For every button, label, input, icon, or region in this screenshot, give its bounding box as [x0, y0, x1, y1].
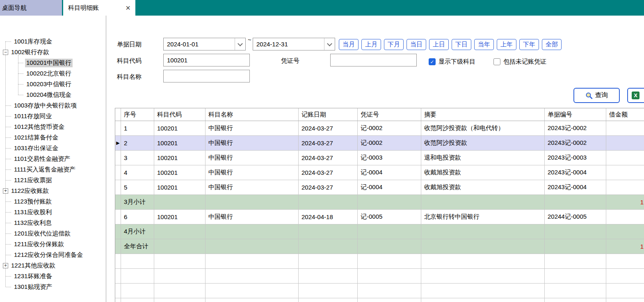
date-from-select[interactable]: 2024-01-01	[163, 38, 246, 50]
table-row[interactable]: 3100201中国银行2024-03-27记-0003退和电投资款20243记-…	[115, 151, 644, 165]
tree-item-label[interactable]: 100202北京银行	[25, 69, 73, 78]
tree-item-1221[interactable]: +1221其他应收款	[0, 260, 105, 271]
subtotal-row[interactable]: 全年合计1	[115, 239, 644, 254]
tree-item-label[interactable]: 1121应收票据	[13, 176, 53, 185]
quick-current-day-button[interactable]: 当日	[406, 39, 426, 50]
quick-next-month-button[interactable]: 下月	[384, 39, 404, 50]
tree-item-label[interactable]: 1132应收利息	[13, 219, 53, 227]
quick-next-day-button[interactable]: 下日	[452, 39, 471, 50]
tree-item-label[interactable]: 1201应收代位追偿款	[13, 229, 72, 238]
expand-icon[interactable]: +	[3, 263, 8, 268]
tree-item-label[interactable]: 1131应收股利	[13, 208, 53, 217]
magnifier-icon	[585, 92, 593, 99]
date-to-select[interactable]: 2024-12-31	[253, 38, 335, 50]
tree-item-label[interactable]: 1111买入返售金融资产	[13, 165, 77, 174]
subtotal-row[interactable]: 3月小计1	[115, 195, 644, 210]
tree-item-label[interactable]: 1123预付账款	[13, 197, 53, 206]
subtotal-row[interactable]: 4月小计	[115, 224, 644, 239]
tree-item-label[interactable]: 1002银行存款	[10, 48, 50, 57]
quick-all-button[interactable]: 全部	[542, 39, 562, 50]
tree-item-1212[interactable]: 1212应收分保合同准备金	[0, 249, 105, 260]
tree-item-1001[interactable]: 1001库存现金	[0, 36, 105, 47]
tree-item-label[interactable]: 1101交易性金融资产	[13, 155, 71, 163]
export-excel-button[interactable]: X	[627, 88, 644, 103]
close-tab-icon[interactable]: ×	[126, 4, 130, 12]
tree-item-1003[interactable]: 1003存放中央银行款项	[0, 100, 105, 111]
tree-item-1211[interactable]: 1211应收分保账款	[0, 239, 105, 249]
tab-desktop-nav[interactable]: 桌面导航	[0, 0, 62, 16]
table-row[interactable]: 4100201中国银行2024-03-27记-0004收戴旭投资款20243记-…	[115, 165, 644, 180]
quick-next-year-button[interactable]: 下年	[519, 39, 539, 50]
query-button[interactable]: 查询	[573, 88, 620, 103]
tree-item-1121[interactable]: 1121应收票据	[0, 175, 105, 185]
tree-item-label[interactable]: 1301贴现资产	[13, 283, 53, 291]
show-sub-checkbox-box[interactable]: ✓	[429, 58, 436, 65]
row-marker-cell	[115, 239, 121, 254]
tree-item-label[interactable]: 1001库存现金	[13, 37, 53, 46]
table-row[interactable]: 1100201中国银行2024-03-27记-0002收范阿沙投资款（和电代转）…	[115, 121, 644, 136]
tree-item-label[interactable]: 100203中信银行	[25, 80, 73, 89]
tab-subject-detail-ledger[interactable]: 科目明细账×	[63, 0, 135, 16]
tree-item-100201[interactable]: 100201中国银行	[0, 57, 105, 68]
include-unposted-checkbox[interactable]: 包括未记账凭证	[493, 58, 546, 66]
tree-item-1012[interactable]: 1012其他货币资金	[0, 121, 105, 132]
tree-connector	[6, 180, 11, 181]
tree-item-100203[interactable]: 100203中信银行	[0, 79, 105, 89]
tree-item-100202[interactable]: 100202北京银行	[0, 68, 105, 79]
tree-item-label[interactable]: 1003存放中央银行款项	[13, 101, 78, 110]
include-unposted-checkbox-box[interactable]	[493, 58, 500, 65]
subject-name-input[interactable]	[163, 70, 250, 82]
cell: 收范阿沙投资款	[421, 136, 545, 150]
tree-item-1002[interactable]: −1002银行存款	[0, 47, 105, 57]
tree-item-label[interactable]: 1031存出保证金	[13, 144, 59, 153]
expand-icon[interactable]: +	[3, 188, 8, 194]
tree-item-1111[interactable]: 1111买入返售金融资产	[0, 164, 105, 175]
table-row[interactable]: ▶2100201中国银行2024-03-27记-0002收范阿沙投资款20243…	[115, 136, 644, 151]
tree-item-label[interactable]: 100204微信现金	[25, 91, 73, 99]
tree-item-1021[interactable]: 1021结算备付金	[0, 132, 105, 143]
show-sub-accounts-checkbox[interactable]: ✓ 显示下级科目	[429, 58, 475, 66]
quick-prev-day-button[interactable]: 上日	[429, 39, 449, 50]
tree-item-1122[interactable]: +1122应收账款	[0, 185, 105, 196]
date-separator: ~	[248, 36, 251, 43]
cell	[206, 195, 299, 209]
cell: 全年合计	[121, 239, 154, 254]
quick-prev-year-button[interactable]: 上年	[497, 39, 516, 50]
tree-item-100204[interactable]: 100204微信现金	[0, 89, 105, 100]
tree-item-label[interactable]: 1012其他货币资金	[13, 123, 66, 131]
table-row[interactable]: 6100201中国银行2024-04-18记-0005北京银行转中国银行2024…	[115, 210, 644, 224]
tree-item-1123[interactable]: 1123预付账款	[0, 196, 105, 207]
tree-item-1031[interactable]: 1031存出保证金	[0, 143, 105, 153]
tree-item-label[interactable]: 1021结算备付金	[13, 133, 59, 142]
tree-item-label[interactable]: 1221其他应收款	[10, 261, 57, 270]
tree-item-label[interactable]: 1011存放同业	[13, 112, 53, 121]
voucher-no-input[interactable]	[330, 54, 417, 66]
tree-item-1101[interactable]: 1101交易性金融资产	[0, 153, 105, 164]
quick-current-year-button[interactable]: 当年	[474, 39, 494, 50]
cell	[606, 151, 644, 165]
subject-code-input[interactable]	[163, 54, 250, 66]
tree-item-label[interactable]: 1122应收账款	[10, 187, 50, 195]
tree-item-1301[interactable]: 1301贴现资产	[0, 281, 105, 292]
quick-current-month-button[interactable]: 当月	[339, 39, 359, 50]
chevron-down-icon[interactable]	[324, 38, 335, 50]
tree-item-1131[interactable]: 1131应收股利	[0, 207, 105, 217]
cell: 100201	[154, 165, 206, 180]
cell	[421, 195, 545, 209]
quick-prev-month-button[interactable]: 上月	[361, 39, 381, 50]
tree-item-1132[interactable]: 1132应收利息	[0, 217, 105, 228]
excel-icon: X	[632, 92, 639, 99]
chevron-down-icon[interactable]	[235, 38, 245, 50]
collapse-icon[interactable]: −	[3, 50, 8, 55]
row-marker-cell	[115, 180, 121, 194]
table-row[interactable]: 5100201中国银行2024-03-27记-0004收戴旭投资款20243记-…	[115, 180, 644, 195]
tree-item-label[interactable]: 1231坏账准备	[13, 272, 53, 281]
ledger-table: 序号科目代码科目名称记账日期凭证号摘要单据编号借金额1100201中国银行202…	[115, 108, 644, 302]
tree-item-1011[interactable]: 1011存放同业	[0, 111, 105, 121]
tree-item-1231[interactable]: 1231坏账准备	[0, 271, 105, 281]
tree-item-1201[interactable]: 1201应收代位追偿款	[0, 228, 105, 239]
tree-item-label[interactable]: 1211应收分保账款	[13, 240, 65, 249]
tree-item-label[interactable]: 1212应收分保合同准备金	[13, 251, 84, 259]
tab-label: 桌面导航	[2, 4, 27, 12]
tree-item-label[interactable]: 100201中国银行	[25, 59, 73, 67]
